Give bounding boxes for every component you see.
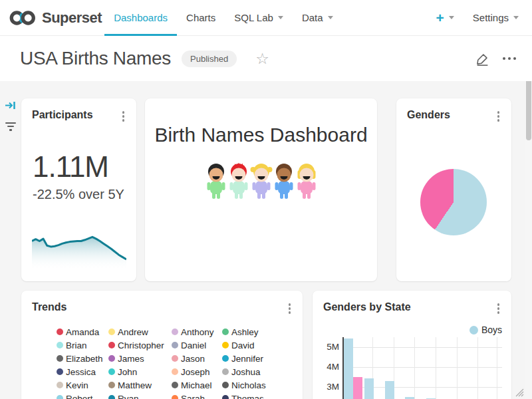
settings-label: Settings — [473, 12, 509, 23]
legend-item-anthony[interactable]: Anthony — [172, 325, 222, 338]
legend-item-jason[interactable]: Jason — [172, 352, 222, 365]
filter-icon[interactable] — [5, 122, 16, 133]
new-item-button[interactable]: + — [436, 11, 454, 25]
y-tick-label: 4M — [322, 362, 339, 372]
legend-name: Robert — [66, 394, 93, 399]
legend-item-matthew[interactable]: Matthew — [108, 378, 172, 392]
top-navbar: Superset DashboardsChartsSQL LabData + S… — [0, 0, 532, 36]
legend-dot-icon — [57, 355, 63, 362]
legend-item-james[interactable]: James — [108, 352, 172, 365]
legend-item-sarah[interactable]: Sarah — [172, 392, 222, 399]
legend-dot-icon — [108, 329, 115, 335]
legend-dot-icon — [57, 368, 63, 375]
legend-dot-icon — [108, 382, 115, 388]
legend-dot-icon — [57, 395, 63, 399]
big-number-value: 1.11M — [33, 150, 108, 184]
legend-name: Brian — [66, 340, 87, 350]
bar-boys[interactable] — [385, 381, 394, 399]
legend-item-thomas[interactable]: Thomas — [222, 392, 278, 399]
nav-item-sql-lab[interactable]: SQL Lab — [225, 0, 293, 35]
nav-item-charts[interactable]: Charts — [177, 0, 225, 35]
legend-item-ryan[interactable]: Ryan — [108, 392, 172, 399]
legend-item-michael[interactable]: Michael — [172, 378, 222, 392]
gridline — [414, 337, 415, 399]
legend-item-christopher[interactable]: Christopher — [108, 338, 172, 352]
legend-dot-icon — [57, 382, 63, 388]
legend-name: Christopher — [118, 340, 164, 350]
resize-grip-icon[interactable] — [514, 387, 524, 397]
legend-name: James — [118, 354, 144, 364]
legend-dot-icon — [57, 329, 63, 335]
bar-boys[interactable] — [364, 378, 374, 399]
more-actions-button[interactable] — [503, 57, 516, 60]
trends-card-title: Trends — [32, 301, 66, 313]
kebab-menu-icon[interactable] — [120, 109, 128, 124]
legend-name: Amanda — [66, 327, 99, 337]
legend-item-amanda[interactable]: Amanda — [57, 325, 108, 338]
edit-dashboard-button[interactable] — [475, 52, 489, 66]
plus-icon: + — [436, 11, 444, 25]
gridline — [436, 337, 436, 399]
legend-dot-icon — [172, 382, 178, 388]
kebab-menu-icon[interactable] — [495, 301, 503, 316]
nav-item-dashboards[interactable]: Dashboards — [104, 0, 177, 35]
genders-card-title: Genders — [407, 109, 450, 121]
favorite-star-icon[interactable]: ☆ — [255, 51, 269, 66]
legend-dot-icon — [222, 342, 229, 348]
chevron-down-icon — [278, 16, 283, 19]
legend-name: Matthew — [118, 380, 152, 390]
legend-item-elizabeth[interactable]: Elizabeth — [57, 352, 108, 365]
legend-name: Joseph — [181, 367, 210, 377]
legend-dot-icon — [172, 329, 178, 335]
legend-item-john[interactable]: John — [108, 365, 172, 378]
published-badge[interactable]: Published — [182, 51, 237, 67]
legend-item-joseph[interactable]: Joseph — [172, 365, 222, 378]
bar-girls[interactable] — [353, 377, 362, 399]
legend-item-david[interactable]: David — [222, 338, 278, 352]
chevron-down-icon — [328, 16, 333, 19]
main-nav: DashboardsChartsSQL LabData — [104, 0, 342, 35]
legend-name: Daniel — [181, 340, 206, 350]
legend-item-brian[interactable]: Brian — [57, 338, 108, 352]
trends-legend: AmandaAndrewAnthonyAshleyBrianChristophe… — [57, 325, 297, 399]
legend-item-andrew[interactable]: Andrew — [108, 325, 172, 338]
legend-dot-icon — [172, 395, 178, 399]
markdown-card: Birth Names Dashboard — [145, 98, 377, 281]
gridline — [344, 367, 502, 368]
dashboard-titlebar: USA Births Names Published ☆ — [0, 36, 532, 81]
legend-item-joshua[interactable]: Joshua — [222, 365, 278, 378]
nav-item-data[interactable]: Data — [293, 0, 342, 35]
bar-boys[interactable] — [344, 338, 353, 399]
legend-item-nicholas[interactable]: Nicholas — [222, 378, 278, 392]
genders-by-state-card: Genders by State Boys 5M4M3M — [313, 291, 511, 399]
legend-label: Boys — [481, 325, 502, 335]
chevron-down-icon — [449, 16, 454, 19]
legend-name: Joshua — [231, 367, 261, 377]
legend-item-ashley[interactable]: Ashley — [222, 325, 278, 338]
legend-item-kevin[interactable]: Kevin — [57, 378, 108, 392]
legend-name: Jason — [181, 354, 205, 364]
participants-trendline-chart — [32, 229, 126, 273]
legend-name: Sarah — [181, 394, 205, 399]
page-title: USA Births Names — [20, 48, 171, 69]
legend-name: Ryan — [118, 394, 139, 399]
expand-filter-bar-icon[interactable] — [5, 100, 16, 114]
legend-name: Kevin — [66, 380, 88, 390]
legend-name: Anthony — [181, 327, 214, 337]
genders-card: Genders — [396, 98, 511, 281]
legend-item-daniel[interactable]: Daniel — [172, 338, 222, 352]
nav-item-label: SQL Lab — [234, 12, 273, 23]
legend-dot-icon — [172, 355, 178, 362]
kebab-menu-icon[interactable] — [495, 109, 503, 124]
legend-item-jessica[interactable]: Jessica — [57, 365, 108, 378]
kebab-menu-icon[interactable] — [286, 301, 294, 316]
settings-menu[interactable]: Settings — [473, 12, 519, 23]
legend-dot-icon — [222, 368, 229, 375]
legend-item-robert[interactable]: Robert — [57, 392, 108, 399]
legend-dot-icon — [172, 368, 178, 375]
legend-name: Nicholas — [231, 380, 266, 390]
legend-dot-icon — [108, 342, 115, 348]
legend-item-jennifer[interactable]: Jennifer — [222, 352, 278, 365]
nav-item-label: Data — [302, 12, 323, 23]
superset-brand[interactable]: Superset — [9, 0, 102, 35]
